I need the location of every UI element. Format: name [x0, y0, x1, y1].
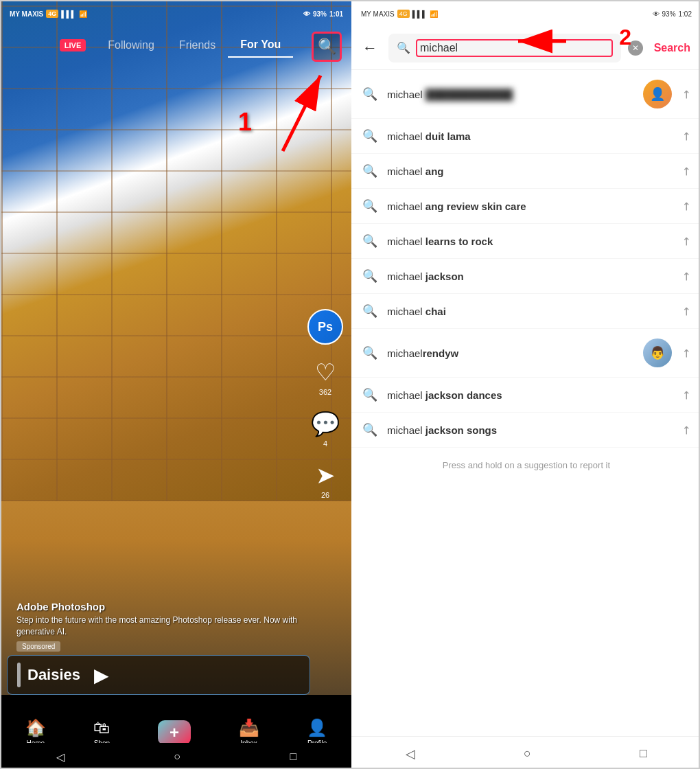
- suggestion-text-3: michael ang: [387, 165, 672, 177]
- suggestion-item-9[interactable]: 🔍 michael jackson dances ↗: [351, 378, 700, 413]
- right-network-badge: 4G: [397, 10, 410, 18]
- search-icon-8: 🔍: [362, 345, 377, 360]
- search-button[interactable]: 🔍: [312, 32, 342, 62]
- back-button[interactable]: ←: [358, 35, 382, 61]
- right-time: 1:02: [679, 10, 692, 18]
- like-button[interactable]: ♡ 362: [315, 358, 336, 396]
- suggestion-text-5: michael learns to rock: [387, 236, 672, 247]
- suggestion-text-8: michaelrendyw: [387, 347, 633, 359]
- search-icon-7: 🔍: [362, 303, 377, 319]
- search-bar: ← 🔍 2 ✕ Search: [351, 26, 700, 70]
- nav-foryou[interactable]: For You: [228, 33, 293, 58]
- fill-icon-9: ↗: [678, 387, 694, 403]
- back-button-left[interactable]: ◁: [56, 750, 65, 764]
- music-title: Daisies: [27, 666, 80, 684]
- android-nav-left: ◁ ○ □: [1, 743, 351, 769]
- status-bar: MY MAXIS 4G ▌▌▌ 📶 👁 93% 1:01: [1, 1, 351, 26]
- suggestion-text-2: michael duit lama: [387, 130, 672, 142]
- suggestion-item-8[interactable]: 🔍 michaelrendyw 👨 ↗: [351, 329, 700, 378]
- fill-icon-10: ↗: [678, 422, 694, 438]
- red-arrow-annotation-1: [255, 62, 338, 158]
- home-button-right[interactable]: ○: [524, 746, 531, 761]
- creator-avatar[interactable]: Ps: [307, 309, 343, 345]
- search-submit-button[interactable]: Search: [650, 42, 695, 54]
- comment-button[interactable]: 💬 4: [311, 410, 340, 448]
- right-carrier: MY MAXIS: [361, 10, 395, 18]
- comments-count: 4: [323, 439, 327, 448]
- nav-create[interactable]: +: [158, 720, 191, 745]
- share-icon: ➤: [316, 461, 335, 489]
- home-button-left[interactable]: ○: [174, 750, 180, 763]
- comment-icon: 💬: [311, 410, 340, 437]
- carrier-label: MY MAXIS: [10, 10, 43, 18]
- right-panel: MY MAXIS 4G ▌▌▌ 📶 👁 93% 1:02 ← 🔍: [351, 1, 700, 769]
- search-icon-10: 🔍: [362, 422, 377, 437]
- suggestion-item-2[interactable]: 🔍 michael duit lama ↗: [351, 119, 700, 154]
- heart-icon: ♡: [315, 358, 336, 386]
- suggestion-item-7[interactable]: 🔍 michael chai ↗: [351, 294, 700, 329]
- fill-icon-7: ↗: [678, 303, 694, 319]
- inbox-icon: 📥: [239, 718, 259, 737]
- status-right: 👁 93% 1:01: [303, 10, 343, 18]
- report-hint: Press and hold on a suggestion to report…: [351, 448, 700, 483]
- shop-icon: 🛍: [93, 718, 110, 737]
- right-status-bar: MY MAXIS 4G ▌▌▌ 📶 👁 93% 1:02: [351, 1, 700, 26]
- time-label: 1:01: [329, 10, 343, 18]
- search-icon-2: 🔍: [362, 128, 377, 144]
- fill-icon-3: ↗: [678, 163, 694, 179]
- nav-friends[interactable]: Friends: [167, 34, 228, 57]
- suggestion-text-7: michael chai: [387, 306, 672, 317]
- suggestion-item-10[interactable]: 🔍 michael jackson songs ↗: [351, 413, 700, 448]
- right-status-right: 👁 93% 1:02: [653, 10, 692, 18]
- search-q-icon: 🔍: [397, 41, 410, 54]
- fill-icon-2: ↗: [678, 128, 694, 144]
- back-button-right[interactable]: ◁: [406, 746, 415, 761]
- eye-icon: 👁: [303, 10, 310, 18]
- fill-icon-1: ↗: [678, 87, 694, 102]
- music-bar-line: [17, 663, 21, 687]
- right-eye-icon: 👁: [653, 10, 660, 18]
- suggestion-item-5[interactable]: 🔍 michael learns to rock ↗: [351, 224, 700, 259]
- music-arrow-icon: ▶: [94, 664, 109, 687]
- profile-icon: 👤: [307, 718, 327, 737]
- sponsored-badge: Sponsored: [16, 641, 60, 652]
- left-panel: MY MAXIS 4G ▌▌▌ 📶 👁 93% 1:01 LIVE Follow…: [1, 1, 351, 769]
- right-signal-icon: ▌▌▌: [412, 10, 427, 18]
- right-battery: 93%: [662, 10, 676, 18]
- shares-count: 26: [321, 491, 329, 499]
- network-badge: 4G: [46, 10, 58, 18]
- suggestion-avatar-8: 👨: [643, 338, 672, 367]
- status-left: MY MAXIS 4G ▌▌▌ 📶: [10, 10, 87, 18]
- create-icon: +: [158, 720, 191, 745]
- fill-icon-5: ↗: [678, 233, 694, 249]
- top-nav: LIVE Following Friends For You: [1, 26, 351, 65]
- share-button[interactable]: ➤ 26: [316, 461, 335, 499]
- signal-icon: ▌▌▌: [61, 10, 75, 18]
- suggestion-item-4[interactable]: 🔍 michael ang review skin care ↗: [351, 189, 700, 224]
- search-icon-9: 🔍: [362, 387, 377, 402]
- right-status-left: MY MAXIS 4G ▌▌▌ 📶: [361, 10, 438, 18]
- recents-button-right[interactable]: □: [640, 746, 647, 761]
- music-bar[interactable]: Daisies ▶: [7, 655, 310, 695]
- fill-icon-8: ↗: [678, 345, 694, 361]
- search-input-wrapper: 🔍: [388, 34, 621, 62]
- suggestion-avatar-1: 👤: [643, 80, 672, 108]
- right-controls: Ps ♡ 362 💬 4 ➤ 26: [307, 309, 343, 499]
- battery-label: 93%: [313, 10, 327, 18]
- right-wifi-icon: 📶: [430, 10, 438, 18]
- recents-button-left[interactable]: □: [290, 750, 297, 763]
- suggestion-item-6[interactable]: 🔍 michael jackson ↗: [351, 259, 700, 294]
- search-icon-5: 🔍: [362, 233, 377, 249]
- likes-count: 362: [319, 388, 331, 396]
- suggestion-text-10: michael jackson songs: [387, 424, 672, 436]
- suggestion-item-1[interactable]: 🔍 michael ████████████ 👤 ↗: [351, 70, 700, 119]
- search-icon-1: 🔍: [362, 87, 377, 102]
- suggestion-item-3[interactable]: 🔍 michael ang ↗: [351, 154, 700, 189]
- wifi-icon: 📶: [79, 10, 87, 18]
- nav-following[interactable]: Following: [95, 34, 167, 57]
- android-nav-right: ◁ ○ □: [351, 736, 700, 769]
- fill-icon-6: ↗: [678, 268, 694, 284]
- home-icon: 🏠: [25, 718, 46, 737]
- ad-title: Adobe Photoshop: [16, 601, 297, 612]
- suggestion-text-6: michael jackson: [387, 271, 672, 282]
